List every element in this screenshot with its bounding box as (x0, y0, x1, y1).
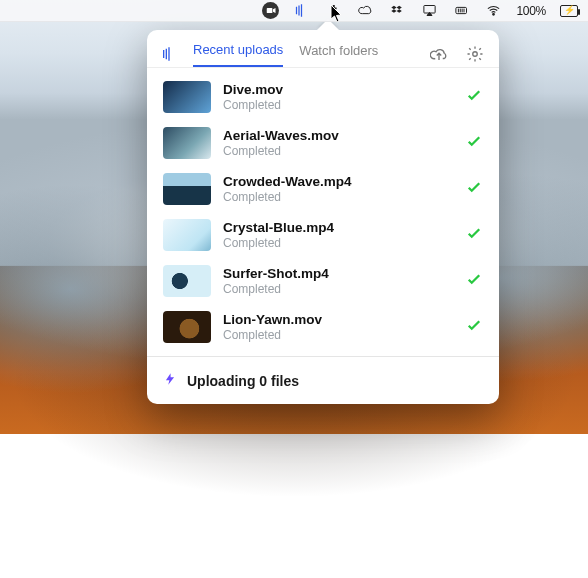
check-icon (465, 224, 483, 246)
mouse-cursor (330, 4, 344, 24)
thumbnail (163, 127, 211, 159)
battery-bars-icon[interactable] (453, 2, 471, 20)
popover-footer: Uploading 0 files (147, 356, 499, 404)
upload-row[interactable]: Crystal-Blue.mp4 Completed (147, 212, 499, 258)
airplay-icon[interactable] (421, 2, 439, 20)
check-icon (465, 270, 483, 292)
creative-cloud-icon[interactable] (357, 2, 375, 20)
upload-cloud-icon[interactable] (429, 44, 449, 64)
zoom-icon[interactable] (262, 2, 279, 19)
upload-list: Dive.mov Completed Aerial-Waves.mov Comp… (147, 68, 499, 356)
svg-rect-0 (266, 8, 272, 13)
tab-watch-folders[interactable]: Watch folders (299, 41, 378, 66)
svg-rect-2 (456, 7, 467, 13)
file-status: Completed (223, 282, 453, 296)
settings-gear-icon[interactable] (465, 44, 485, 64)
lightning-icon (163, 371, 177, 390)
thumbnail (163, 81, 211, 113)
file-status: Completed (223, 328, 453, 342)
menubar: 100% ⚡ (0, 0, 588, 22)
thumbnail (163, 311, 211, 343)
svg-point-7 (493, 13, 495, 15)
battery-percent-text: 100% (517, 4, 547, 18)
wifi-icon[interactable] (485, 2, 503, 20)
battery-charging-icon[interactable]: ⚡ (560, 5, 578, 17)
upload-row[interactable]: Crowded-Wave.mp4 Completed (147, 166, 499, 212)
uploader-popover: Recent uploads Watch folders Dive.mov Co… (147, 30, 499, 404)
file-name: Crowded-Wave.mp4 (223, 174, 453, 191)
file-name: Surfer-Shot.mp4 (223, 266, 453, 283)
file-name: Crystal-Blue.mp4 (223, 220, 453, 237)
upload-row[interactable]: Aerial-Waves.mov Completed (147, 120, 499, 166)
check-icon (465, 316, 483, 338)
file-status: Completed (223, 144, 453, 158)
svg-point-8 (473, 51, 478, 56)
file-status: Completed (223, 98, 453, 112)
check-icon (465, 86, 483, 108)
thumbnail (163, 173, 211, 205)
upload-row[interactable]: Surfer-Shot.mp4 Completed (147, 258, 499, 304)
file-name: Aerial-Waves.mov (223, 128, 453, 145)
check-icon (465, 132, 483, 154)
upload-row[interactable]: Dive.mov Completed (147, 74, 499, 120)
upload-row[interactable]: Lion-Yawn.mov Completed (147, 304, 499, 350)
tab-recent-uploads[interactable]: Recent uploads (193, 40, 283, 67)
file-name: Dive.mov (223, 82, 453, 99)
app-menubar-icon[interactable] (293, 2, 311, 20)
thumbnail (163, 219, 211, 251)
check-icon (465, 178, 483, 200)
thumbnail (163, 265, 211, 297)
file-name: Lion-Yawn.mov (223, 312, 453, 329)
footer-status-text: Uploading 0 files (187, 373, 299, 389)
dropbox-icon[interactable] (389, 2, 407, 20)
file-status: Completed (223, 236, 453, 250)
file-status: Completed (223, 190, 453, 204)
app-logo-icon (161, 46, 177, 62)
popover-header: Recent uploads Watch folders (147, 30, 499, 67)
